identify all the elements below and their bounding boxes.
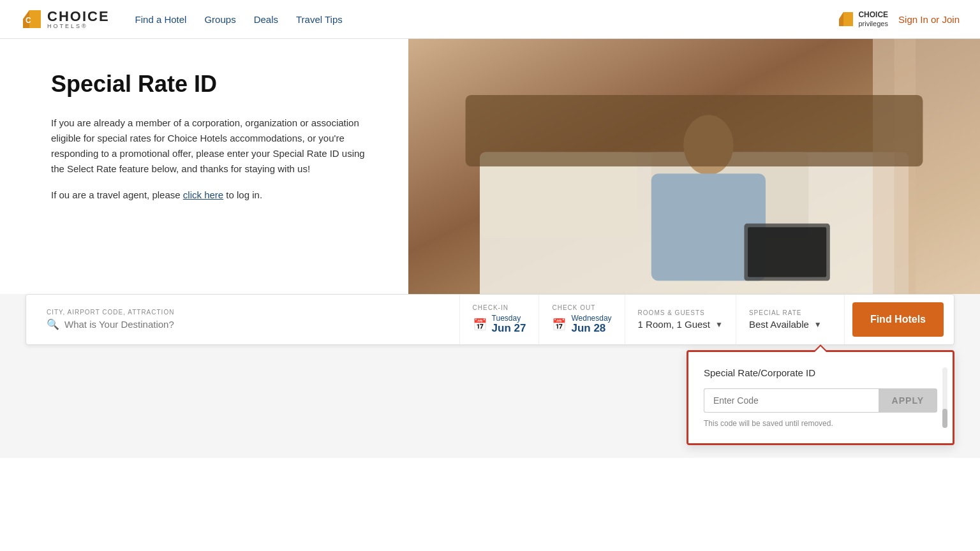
logo[interactable]: C CHOICE HOTELS® xyxy=(20,8,110,31)
rate-label: SPECIAL RATE xyxy=(749,309,831,316)
rooms-label: ROOMS & GUESTS xyxy=(638,309,723,316)
hero-content: Special Rate ID If you are already a mem… xyxy=(0,39,408,294)
checkout-label: CHECK OUT xyxy=(552,304,611,311)
rate-chevron-icon: ▼ xyxy=(814,320,822,329)
search-section: CITY, AIRPORT CODE, ATTRACTION 🔍 CHECK-I… xyxy=(0,294,980,458)
checkout-date: Jun 28 xyxy=(571,323,611,335)
privileges-logo[interactable]: CHOICE privileges xyxy=(837,10,888,28)
checkout-calendar-icon: 📅 xyxy=(552,318,566,332)
special-rate-title: Special Rate/Corporate ID xyxy=(704,367,937,378)
svg-marker-4 xyxy=(839,12,843,26)
checkin-date-row: 📅 Tuesday Jun 27 xyxy=(473,314,526,335)
sign-in-link[interactable]: Sign In or Join xyxy=(898,14,960,25)
rooms-select-row: 1 Room, 1 Guest ▼ xyxy=(638,319,723,330)
hero-body: If you are already a member of a corpora… xyxy=(51,115,376,177)
privileges-choice: CHOICE xyxy=(858,10,888,19)
hero-image-svg xyxy=(408,39,980,294)
apply-button[interactable]: APPLY xyxy=(879,388,937,413)
destination-label: CITY, AIRPORT CODE, ATTRACTION xyxy=(47,309,449,316)
header: C CHOICE HOTELS® Find a Hotel Groups Dea… xyxy=(0,0,980,39)
nav-groups[interactable]: Groups xyxy=(204,14,235,25)
destination-field[interactable]: CITY, AIRPORT CODE, ATTRACTION 🔍 xyxy=(36,295,460,344)
destination-input[interactable] xyxy=(64,319,192,330)
main-nav: Find a Hotel Groups Deals Travel Tips xyxy=(135,14,343,25)
hero-title: Special Rate ID xyxy=(51,71,376,98)
header-right: CHOICE privileges Sign In or Join xyxy=(837,10,960,28)
nav-travel-tips[interactable]: Travel Tips xyxy=(296,14,343,25)
special-rate-input-row: APPLY xyxy=(704,388,937,413)
choice-logo-icon: C xyxy=(20,8,43,31)
checkin-field[interactable]: CHECK-IN 📅 Tuesday Jun 27 xyxy=(460,295,540,344)
checkin-day: Tuesday xyxy=(492,314,526,323)
checkin-date-value: Tuesday Jun 27 xyxy=(492,314,526,335)
logo-text: CHOICE HOTELS® xyxy=(47,10,110,29)
svg-rect-13 xyxy=(748,227,826,277)
agent-suffix: to log in. xyxy=(223,189,262,200)
privileges-text: CHOICE privileges xyxy=(858,10,888,28)
checkout-day: Wednesday xyxy=(571,314,611,323)
find-hotels-button[interactable]: Find Hotels xyxy=(852,302,944,337)
hero-agent-text: If ou are a travel agent, please click h… xyxy=(51,189,376,200)
nav-deals[interactable]: Deals xyxy=(254,14,278,25)
checkin-calendar-icon: 📅 xyxy=(473,318,487,332)
privileges-label: privileges xyxy=(858,20,888,28)
dropdown-arrow-inner xyxy=(814,346,827,353)
svg-text:C: C xyxy=(26,16,31,25)
rooms-value: 1 Room, 1 Guest xyxy=(638,319,710,330)
special-rate-input[interactable] xyxy=(704,388,879,413)
search-bar: CITY, AIRPORT CODE, ATTRACTION 🔍 CHECK-I… xyxy=(26,294,954,345)
rate-select-row: Best Available ▼ xyxy=(749,319,831,330)
search-icon: 🔍 xyxy=(47,318,59,330)
hero-image xyxy=(408,39,980,294)
rooms-chevron-icon: ▼ xyxy=(715,320,723,329)
rate-field[interactable]: SPECIAL RATE Best Available ▼ xyxy=(736,295,845,344)
svg-rect-16 xyxy=(466,95,923,166)
checkout-field[interactable]: CHECK OUT 📅 Wednesday Jun 28 xyxy=(539,295,625,344)
dropdown-scrollbar[interactable] xyxy=(942,367,947,428)
checkout-date-value: Wednesday Jun 28 xyxy=(571,314,611,335)
nav-find-hotel[interactable]: Find a Hotel xyxy=(135,14,187,25)
privileges-icon xyxy=(837,10,855,28)
dropdown-scroll-thumb xyxy=(942,409,947,428)
logo-hotels-label: HOTELS® xyxy=(47,24,110,29)
travel-agent-link[interactable]: click here xyxy=(183,189,223,200)
hero-section: Special Rate ID If you are already a mem… xyxy=(0,39,980,294)
logo-choice-label: CHOICE xyxy=(47,10,110,24)
checkin-date: Jun 27 xyxy=(492,323,526,335)
rooms-field[interactable]: ROOMS & GUESTS 1 Room, 1 Guest ▼ xyxy=(625,295,736,344)
header-left: C CHOICE HOTELS® Find a Hotel Groups Dea… xyxy=(20,8,343,31)
destination-input-wrap: 🔍 xyxy=(47,318,449,330)
checkin-label: CHECK-IN xyxy=(473,304,526,311)
rate-value: Best Available xyxy=(749,319,809,330)
agent-prefix: If ou are a travel agent, please xyxy=(51,189,183,200)
special-rate-dropdown: Special Rate/Corporate ID APPLY This cod… xyxy=(687,350,954,445)
special-rate-note: This code will be saved until removed. xyxy=(704,419,937,428)
checkout-date-row: 📅 Wednesday Jun 28 xyxy=(552,314,611,335)
